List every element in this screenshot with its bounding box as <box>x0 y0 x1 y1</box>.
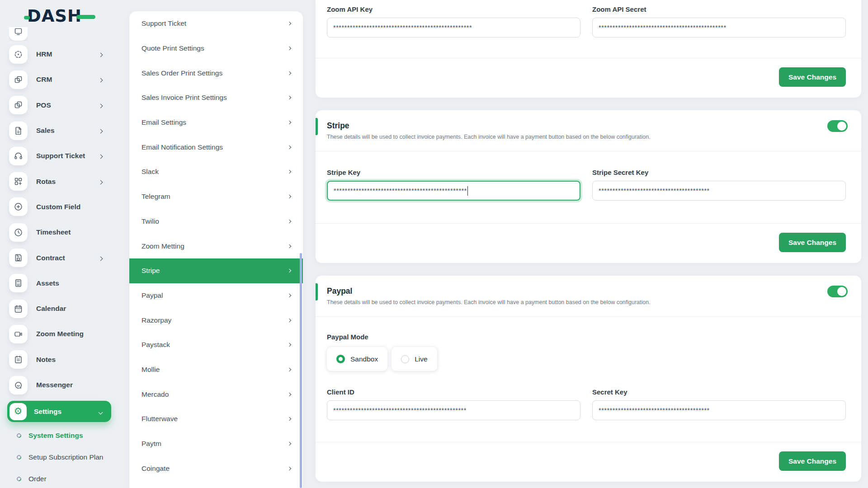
field-label: Zoom API Key <box>327 5 580 13</box>
field-label: Client ID <box>327 388 580 396</box>
sidebar-item-notes[interactable]: Notes <box>0 347 113 372</box>
chevron-right-icon <box>288 442 291 446</box>
settings-menu-scrollbar[interactable] <box>300 253 302 488</box>
save-icon <box>9 249 28 267</box>
sidebar-item-pos[interactable]: POS <box>0 93 113 118</box>
radio-checked-icon[interactable] <box>336 355 345 363</box>
gear-icon: ⚙ <box>9 403 27 420</box>
menu-item-paytm[interactable]: Paytm <box>129 432 303 456</box>
sidebar-item-order[interactable]: Order <box>0 468 113 488</box>
sidebar-item-zoom-meeting[interactable]: Zoom Meeting <box>0 321 113 347</box>
app-root: { "page": { "background": "#edf0f3", "ac… <box>0 0 868 488</box>
save-changes-button[interactable]: Save Changes <box>779 67 846 87</box>
menu-item-stripe[interactable]: Stripe <box>129 258 303 283</box>
bullet-icon <box>16 454 22 460</box>
client-id-field: Client ID ******************************… <box>327 388 580 420</box>
sidebar-item-system-settings[interactable]: System Settings <box>0 425 113 446</box>
menu-item-email-notification-settings[interactable]: Email Notification Settings <box>129 135 303 160</box>
menu-item-support-ticket[interactable]: Support Ticket <box>129 11 303 36</box>
sidebar-item-partial[interactable] <box>9 27 28 41</box>
zoom-api-secret-field: Zoom API Secret ************************… <box>592 5 846 38</box>
menu-item-twilio[interactable]: Twilio <box>129 209 303 234</box>
menu-item-sales-order-print-settings[interactable]: Sales Order Print Settings <box>129 61 303 85</box>
secret-key-input[interactable]: **************************************** <box>592 400 846 420</box>
sidebar-item-messenger[interactable]: Messenger <box>0 372 113 398</box>
menu-item-razorpay[interactable]: Razorpay <box>129 308 303 333</box>
main-content: Zoom API Key ***************************… <box>316 0 861 482</box>
settings-sub-nav: System Settings Setup Subscription Plan … <box>0 425 113 488</box>
hrm-icon <box>9 45 28 64</box>
paypal-mode-sandbox[interactable]: Sandbox <box>327 347 387 371</box>
menu-item-coingate[interactable]: Coingate <box>129 456 303 481</box>
logo-accent-dot <box>24 16 30 19</box>
sidebar-item-contract[interactable]: Contract <box>0 245 113 270</box>
menu-item-sales-invoice-print-settings[interactable]: Sales Invoice Print Settings <box>129 85 303 110</box>
sidebar-item-timesheet[interactable]: Timesheet <box>0 220 113 245</box>
card-description: These details will be used to collect in… <box>327 299 850 305</box>
chevron-right-icon <box>288 121 291 124</box>
save-changes-button[interactable]: Save Changes <box>779 233 846 252</box>
sidebar-item-crm[interactable]: CRM <box>0 67 113 92</box>
chevron-right-icon <box>99 152 102 160</box>
notes-icon <box>9 350 28 369</box>
paypal-mode-options: Sandbox Live <box>316 347 861 371</box>
menu-item-quote-print-settings[interactable]: Quote Print Settings <box>129 36 303 61</box>
stripe-enabled-toggle[interactable] <box>827 120 848 132</box>
chevron-right-icon <box>288 392 291 396</box>
chevron-right-icon <box>288 269 291 272</box>
accent-bar <box>316 283 318 300</box>
save-changes-button[interactable]: Save Changes <box>779 451 846 471</box>
chevron-right-icon <box>288 195 291 198</box>
chevron-right-icon <box>288 417 291 421</box>
menu-item-paystack[interactable]: Paystack <box>129 333 303 357</box>
pos-icon <box>9 96 28 114</box>
menu-item-mercado[interactable]: Mercado <box>129 382 303 407</box>
menu-item-flutterwave[interactable]: Flutterwave <box>129 407 303 432</box>
left-sidebar: DASH HRM CRM POS Sales Sup <box>0 0 113 488</box>
chevron-right-icon <box>288 294 291 297</box>
stripe-key-input[interactable]: ****************************************… <box>327 181 580 201</box>
menu-item-mollie[interactable]: Mollie <box>129 357 303 382</box>
field-label: Stripe Secret Key <box>592 169 846 176</box>
grid-plus-icon <box>9 172 28 191</box>
zoom-api-secret-input[interactable]: ****************************************… <box>592 18 846 38</box>
field-label: Stripe Key <box>327 169 580 176</box>
menu-item-email-settings[interactable]: Email Settings <box>129 110 303 135</box>
chevron-right-icon <box>288 318 291 322</box>
zoom-api-key-field: Zoom API Key ***************************… <box>327 5 580 38</box>
sidebar-item-rotas[interactable]: Rotas <box>0 169 113 194</box>
logo-accent-dash <box>76 15 95 19</box>
sidebar-item-sales[interactable]: Sales <box>0 118 113 143</box>
stripe-secret-key-input[interactable]: **************************************** <box>592 181 846 201</box>
client-id-input[interactable]: ****************************************… <box>327 400 580 420</box>
stripe-settings-card: Stripe These details will be used to col… <box>316 110 861 263</box>
paypal-mode-live[interactable]: Live <box>392 347 437 371</box>
zoom-api-key-input[interactable]: ****************************************… <box>327 18 580 38</box>
paypal-mode-label: Paypal Mode <box>316 333 861 341</box>
chevron-right-icon <box>99 50 102 58</box>
menu-item-telegram[interactable]: Telegram <box>129 184 303 209</box>
chevron-right-icon <box>288 71 291 75</box>
paypal-enabled-toggle[interactable] <box>827 286 848 297</box>
sidebar-item-custom-field[interactable]: Custom Field <box>0 194 113 220</box>
menu-item-slack[interactable]: Slack <box>129 160 303 184</box>
sidebar-item-settings[interactable]: ⚙ Settings <box>7 401 111 422</box>
chevron-right-icon <box>288 368 291 371</box>
dashboard-icon <box>9 27 28 41</box>
sidebar-item-calendar[interactable]: Calendar <box>0 296 113 321</box>
menu-item-skrill[interactable]: Skrill <box>129 481 303 488</box>
sidebar-item-hrm[interactable]: HRM <box>0 42 113 67</box>
field-label: Secret Key <box>592 388 846 396</box>
chevron-right-icon <box>288 220 291 223</box>
card-title: Paypal <box>327 286 850 296</box>
sidebar-item-setup-subscription-plan[interactable]: Setup Subscription Plan <box>0 446 113 468</box>
calculator-icon <box>9 274 28 292</box>
menu-item-zoom-metting[interactable]: Zoom Metting <box>129 234 303 258</box>
sidebar-item-support-ticket[interactable]: Support Ticket <box>0 143 113 169</box>
chevron-right-icon <box>288 343 291 347</box>
circle-plus-icon <box>9 197 28 216</box>
sidebar-item-assets[interactable]: Assets <box>0 271 113 296</box>
zoom-settings-card: Zoom API Key ***************************… <box>316 0 861 98</box>
radio-unchecked-icon[interactable] <box>401 355 409 363</box>
menu-item-paypal[interactable]: Paypal <box>129 283 303 308</box>
